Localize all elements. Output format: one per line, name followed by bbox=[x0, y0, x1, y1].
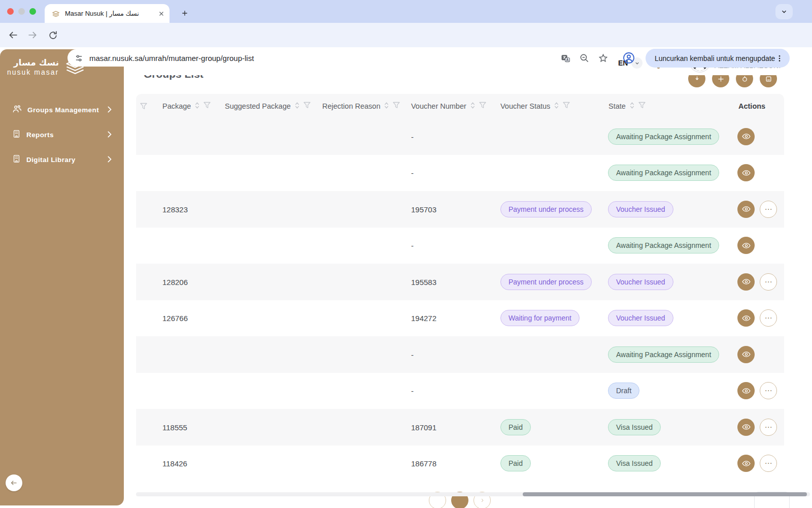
column-header-actions: Actions bbox=[738, 94, 765, 118]
arrow-left-icon bbox=[8, 30, 18, 40]
sidebar: نسك مسار nusuk masar Groups ManagementRe… bbox=[0, 49, 124, 505]
column-label: Voucher Number bbox=[411, 102, 466, 110]
table-row: -Awaiting Package Assignment bbox=[136, 228, 784, 264]
sort-icon[interactable] bbox=[629, 102, 635, 111]
reload-button[interactable] bbox=[47, 29, 59, 41]
cell-voucher-number: - bbox=[411, 132, 414, 141]
zoom-window-button[interactable] bbox=[29, 8, 36, 15]
tab-title: Masar Nusuk | نسك مسار bbox=[65, 10, 155, 17]
view-group-button[interactable] bbox=[737, 309, 755, 327]
browser-profile-button[interactable] bbox=[622, 51, 635, 65]
table-row: 128323195703Payment under processVoucher… bbox=[136, 191, 784, 228]
view-group-button[interactable] bbox=[737, 346, 755, 363]
row-menu-button[interactable]: ⋯ bbox=[760, 309, 777, 327]
funnel-icon[interactable] bbox=[393, 102, 400, 111]
browser-menu-kebab-icon[interactable] bbox=[775, 54, 784, 62]
state-badge: Awaiting Package Assignment bbox=[608, 165, 719, 181]
table-row: 128206195583Payment under processVoucher… bbox=[136, 264, 784, 300]
cell-package: 118426 bbox=[162, 459, 187, 468]
state-badge: Voucher Issued bbox=[608, 310, 673, 326]
sidebar-collapse-button[interactable] bbox=[6, 474, 22, 491]
voucher-status-badge: Paid bbox=[500, 419, 531, 435]
sidebar-item-digital-library[interactable]: Digital Library bbox=[0, 147, 124, 172]
translate-icon bbox=[561, 53, 570, 63]
row-menu-button[interactable]: ⋯ bbox=[760, 273, 777, 291]
view-group-button[interactable] bbox=[737, 273, 755, 291]
back-button[interactable] bbox=[7, 29, 19, 41]
table-header: PackageSuggested PackageRejection Reason… bbox=[136, 94, 784, 118]
arrow-left-icon bbox=[10, 479, 18, 487]
eye-icon bbox=[742, 169, 751, 177]
cell-package: 128206 bbox=[162, 277, 188, 286]
sort-icon[interactable] bbox=[384, 102, 389, 111]
voucher-status-badge: Payment under process bbox=[500, 201, 592, 217]
row-menu-button[interactable]: ⋯ bbox=[760, 382, 777, 399]
new-tab-button[interactable] bbox=[178, 6, 192, 20]
horizontal-scrollbar-thumb[interactable] bbox=[523, 492, 807, 496]
chevron-right-icon bbox=[107, 106, 112, 115]
translate-button[interactable] bbox=[561, 53, 570, 63]
state-badge: Visa Issued bbox=[608, 455, 661, 471]
url-text: masar.nusuk.sa/umrah/mutamer-group/group… bbox=[89, 54, 552, 62]
funnel-icon[interactable] bbox=[303, 102, 311, 111]
users-icon bbox=[12, 104, 22, 116]
chevron-left-icon bbox=[434, 497, 441, 503]
funnel-icon[interactable] bbox=[204, 102, 211, 111]
view-group-button[interactable] bbox=[737, 237, 755, 254]
forward-button[interactable] bbox=[26, 29, 39, 41]
state-badge: Draft bbox=[608, 383, 639, 399]
view-group-button[interactable] bbox=[737, 164, 755, 181]
sidebar-item-label: Digital Library bbox=[26, 156, 76, 164]
column-label: Rejection Reason bbox=[322, 102, 380, 110]
voucher-status-badge: Paid bbox=[500, 455, 531, 471]
voucher-status-badge: Payment under process bbox=[500, 274, 592, 290]
sidebar-nav: Groups ManagementReportsDigital Library bbox=[0, 98, 124, 172]
url-bar[interactable]: masar.nusuk.sa/umrah/mutamer-group/group… bbox=[67, 49, 614, 67]
site-info-icon[interactable] bbox=[75, 54, 83, 62]
relaunch-update-button[interactable]: Luncurkan kembali untuk mengupdate bbox=[646, 49, 790, 68]
funnel-icon[interactable] bbox=[479, 102, 486, 111]
close-window-button[interactable] bbox=[7, 8, 14, 15]
chevron-right-icon bbox=[479, 497, 485, 503]
zoom-out-icon bbox=[580, 53, 589, 63]
sidebar-item-groups-management[interactable]: Groups Management bbox=[0, 98, 124, 122]
leading-filter-button[interactable] bbox=[140, 94, 147, 118]
bookmark-button[interactable] bbox=[598, 53, 608, 63]
logo-arabic: نسك مسار bbox=[7, 57, 59, 68]
cell-voucher-number: 187091 bbox=[411, 423, 436, 431]
chevron-right-icon bbox=[107, 131, 112, 140]
sort-icon[interactable] bbox=[470, 102, 476, 111]
view-group-button[interactable] bbox=[737, 419, 755, 436]
close-tab-icon[interactable] bbox=[158, 11, 164, 17]
row-menu-button[interactable]: ⋯ bbox=[760, 419, 777, 436]
sort-icon[interactable] bbox=[294, 102, 300, 111]
column-header-suggested-package: Suggested Package bbox=[225, 94, 311, 118]
state-badge: Awaiting Package Assignment bbox=[608, 237, 719, 253]
view-group-button[interactable] bbox=[737, 455, 755, 472]
minimize-window-button[interactable] bbox=[18, 8, 25, 15]
cell-voucher-number: 194272 bbox=[411, 314, 436, 323]
browser-tab[interactable]: Masar Nusuk | نسك مسار bbox=[45, 4, 170, 23]
sidebar-item-label: Groups Management bbox=[27, 106, 99, 114]
arrow-right-icon bbox=[27, 30, 38, 40]
funnel-icon[interactable] bbox=[563, 102, 570, 111]
table-row: -Awaiting Package Assignment bbox=[136, 118, 784, 155]
view-group-button[interactable] bbox=[737, 201, 755, 218]
browser-window: Masar Nusuk | نسك مسار masar.nusuk.sa/um… bbox=[0, 0, 812, 508]
star-icon bbox=[598, 53, 608, 63]
cell-package: 126766 bbox=[162, 314, 188, 323]
row-menu-button[interactable]: ⋯ bbox=[760, 201, 777, 218]
eye-icon bbox=[742, 241, 751, 250]
table-row: 118426186778PaidVisa Issued⋯ bbox=[136, 446, 784, 482]
sidebar-item-reports[interactable]: Reports bbox=[0, 122, 124, 147]
sort-icon[interactable] bbox=[194, 102, 200, 111]
browser-toolbar: masar.nusuk.sa/umrah/mutamer-group/group… bbox=[0, 23, 812, 47]
view-group-button[interactable] bbox=[737, 128, 755, 145]
row-menu-button[interactable]: ⋯ bbox=[760, 455, 777, 472]
view-group-button[interactable] bbox=[737, 382, 755, 399]
sort-icon[interactable] bbox=[554, 102, 559, 111]
sidebar-item-label: Reports bbox=[26, 131, 54, 139]
zoom-indicator-button[interactable] bbox=[580, 53, 589, 63]
tab-list-button[interactable] bbox=[775, 4, 793, 19]
funnel-icon[interactable] bbox=[638, 102, 646, 111]
